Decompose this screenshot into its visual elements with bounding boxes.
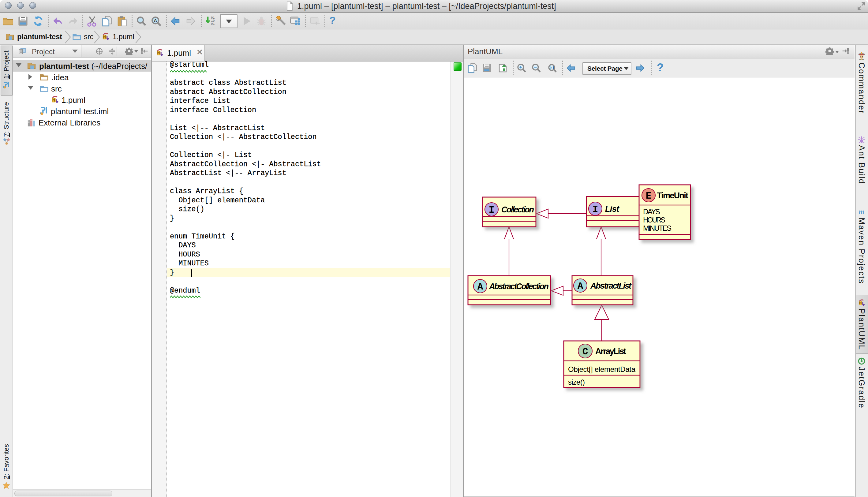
svg-text:I: I <box>593 204 598 215</box>
svg-text:A: A <box>578 281 583 292</box>
svg-text:I: I <box>489 205 495 215</box>
svg-text:Object[] elementData: Object[] elementData <box>568 365 636 373</box>
svg-text:AbstractList: AbstractList <box>590 281 632 290</box>
svg-text:HOURS: HOURS <box>643 216 665 224</box>
svg-text:List: List <box>605 204 620 214</box>
svg-text:Collection: Collection <box>501 205 534 214</box>
svg-text:AbstractCollection: AbstractCollection <box>489 282 549 291</box>
svg-text:C: C <box>582 346 588 357</box>
svg-text:ArrayList: ArrayList <box>595 347 626 356</box>
svg-text:TimeUnit: TimeUnit <box>657 191 688 200</box>
svg-text:size(): size() <box>568 378 585 386</box>
svg-text:E: E <box>646 191 652 201</box>
svg-text:A: A <box>478 282 483 292</box>
svg-text:DAYS: DAYS <box>643 208 660 216</box>
svg-text:MINUTES: MINUTES <box>643 224 671 232</box>
